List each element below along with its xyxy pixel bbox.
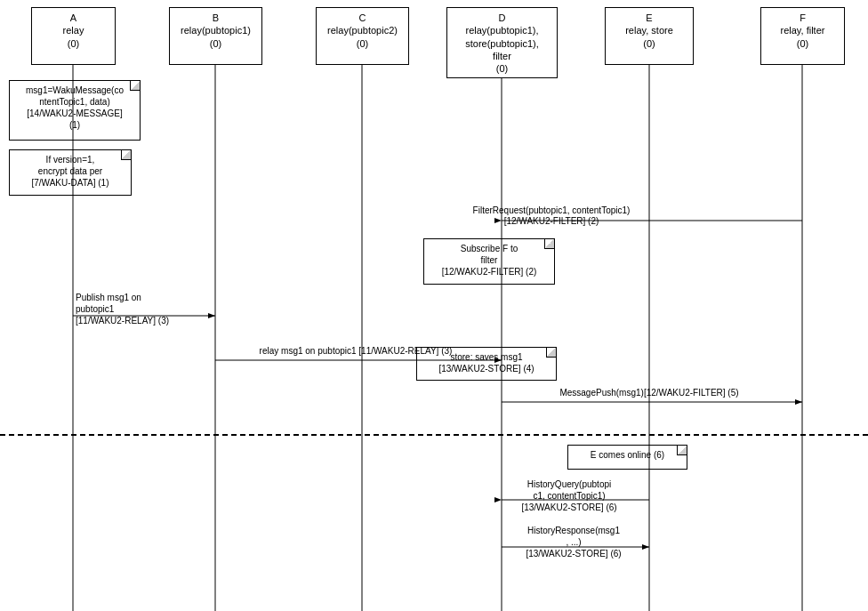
note-ecomes: E comes online (6)	[567, 445, 687, 470]
label-publish-msg1: Publish msg1 onpubtopic1[11/WAKU2-RELAY]…	[76, 292, 213, 326]
dashed-divider	[0, 434, 868, 436]
svg-text:FilterRequest(pubtopic1, conte: FilterRequest(pubtopic1, contentTopic1)	[473, 205, 631, 215]
actor-C: Crelay(pubtopic2)(0)	[316, 7, 409, 65]
sequence-diagram: Arelay(0) Brelay(pubtopic1)(0) Crelay(pu…	[0, 0, 868, 611]
actor-A: Arelay(0)	[31, 7, 116, 65]
svg-text:MessagePush(msg1)[12/WAKU2-FIL: MessagePush(msg1)[12/WAKU2-FILTER] (5)	[559, 388, 738, 398]
actor-B: Brelay(pubtopic1)(0)	[169, 7, 262, 65]
actor-F: Frelay, filter(0)	[760, 7, 845, 65]
svg-text:[12/WAKU2-FILTER] (2): [12/WAKU2-FILTER] (2)	[504, 216, 599, 226]
note-store: store: saves msg1[13/WAKU2-STORE] (4)	[416, 347, 557, 381]
actor-E: Erelay, store(0)	[605, 7, 694, 65]
note-encrypt: If version=1,encrypt data per[7/WAKU-DAT…	[9, 149, 132, 196]
note-msg1: msg1=WakuMessage(contentTopic1, data)[14…	[9, 80, 141, 141]
label-history-query: HistoryQuery(pubtopic1, contentTopic1)[1…	[471, 478, 667, 513]
actor-D: Drelay(pubtopic1),store(pubtopic1),filte…	[446, 7, 558, 78]
label-history-response: HistoryResponse(msg1, ...)[13/WAKU2-STOR…	[476, 525, 671, 559]
note-subscribe: Subscribe F tofilter[12/WAKU2-FILTER] (2…	[423, 238, 555, 285]
